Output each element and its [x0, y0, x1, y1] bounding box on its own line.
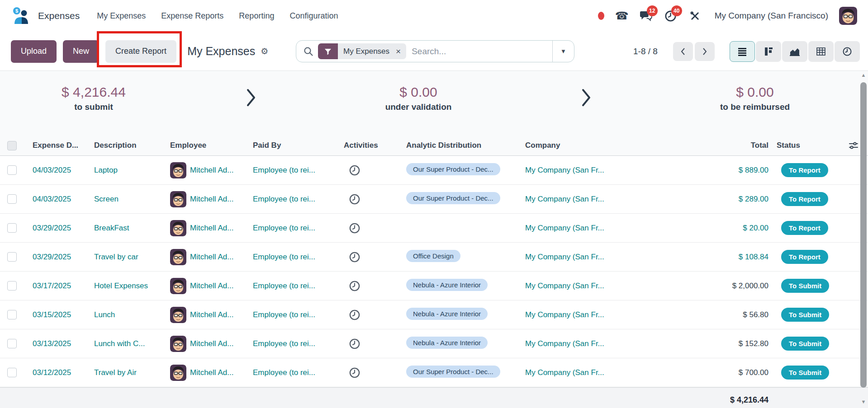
description-cell[interactable]: Hotel Expenses	[94, 281, 148, 290]
employee-cell[interactable]: Mitchell Ad...	[190, 166, 233, 175]
row-checkbox[interactable]	[7, 281, 17, 291]
column-header-analytic[interactable]: Analytic Distribution	[401, 141, 520, 150]
row-checkbox[interactable]	[7, 339, 17, 348]
paid-by-cell[interactable]: Employee (to rei...	[253, 368, 315, 377]
pager-next-button[interactable]	[695, 42, 715, 61]
column-header-paid-by[interactable]: Paid By	[247, 141, 333, 150]
table-row[interactable]: 03/17/2025 Hotel Expenses Mitchell Ad...…	[0, 272, 868, 300]
activity-clock-icon[interactable]	[348, 164, 361, 177]
description-cell[interactable]: Screen	[94, 195, 119, 203]
menu-configuration[interactable]: Configuration	[289, 11, 338, 21]
expense-date-cell[interactable]: 03/15/2025	[33, 310, 71, 319]
menu-my-expenses[interactable]: My Expenses	[97, 11, 146, 21]
activity-clock-icon[interactable]	[348, 338, 361, 350]
activity-clock-icon[interactable]	[348, 366, 361, 379]
company-cell[interactable]: My Company (San Fr...	[525, 281, 604, 290]
description-cell[interactable]: Travel by car	[94, 253, 138, 261]
company-cell[interactable]: My Company (San Fr...	[525, 253, 604, 261]
row-checkbox[interactable]	[7, 194, 17, 204]
company-cell[interactable]: My Company (San Fr...	[525, 368, 604, 377]
expense-date-cell[interactable]: 03/29/2025	[33, 224, 71, 232]
search-dropdown-toggle[interactable]: ▼	[552, 41, 574, 62]
activities-clock-icon[interactable]: 40	[664, 9, 678, 23]
table-row[interactable]: 03/29/2025 Travel by car Mitchell Ad... …	[0, 243, 868, 272]
table-row[interactable]: 03/12/2025 Travel by Air Mitchell Ad... …	[0, 358, 868, 387]
description-cell[interactable]: Lunch with C...	[94, 339, 145, 348]
scrollbar-down-arrow[interactable]: ▼	[860, 399, 867, 404]
description-cell[interactable]: Travel by Air	[94, 368, 137, 377]
company-cell[interactable]: My Company (San Fr...	[525, 224, 604, 232]
view-list-button[interactable]	[730, 41, 755, 62]
search-input[interactable]	[406, 47, 552, 56]
column-header-description[interactable]: Description	[89, 141, 165, 150]
employee-cell[interactable]: Mitchell Ad...	[190, 368, 233, 377]
activity-clock-icon[interactable]	[348, 280, 361, 292]
messages-icon[interactable]: 12	[640, 9, 653, 23]
expense-date-cell[interactable]: 03/12/2025	[33, 368, 71, 377]
activity-clock-icon[interactable]	[348, 309, 361, 321]
search-bar[interactable]: My Expenses × ▼	[296, 40, 574, 62]
expense-date-cell[interactable]: 03/29/2025	[33, 253, 71, 261]
view-activity-button[interactable]	[835, 41, 860, 62]
company-cell[interactable]: My Company (San Fr...	[525, 310, 604, 319]
table-row[interactable]: 03/15/2025 Lunch Mitchell Ad... Employee…	[0, 300, 868, 329]
activity-clock-icon[interactable]	[348, 193, 361, 206]
vertical-scrollbar[interactable]: ▲ ▼	[860, 71, 867, 408]
company-cell[interactable]: My Company (San Fr...	[525, 166, 604, 174]
summary-to-submit[interactable]: $ 4,216.44 to submit	[62, 84, 126, 112]
paid-by-cell[interactable]: Employee (to rei...	[253, 253, 315, 261]
expense-date-cell[interactable]: 03/13/2025	[33, 339, 71, 348]
scrollbar-thumb[interactable]	[860, 82, 867, 388]
paid-by-cell[interactable]: Employee (to rei...	[253, 310, 315, 319]
column-header-employee[interactable]: Employee	[165, 141, 247, 150]
summary-to-be-reimbursed[interactable]: $ 0.00 to be reimbursed	[720, 84, 790, 112]
employee-cell[interactable]: Mitchell Ad...	[190, 310, 233, 319]
column-header-company[interactable]: Company	[520, 141, 637, 150]
table-row[interactable]: 04/03/2025 Laptop Mitchell Ad... Employe…	[0, 156, 868, 185]
employee-cell[interactable]: Mitchell Ad...	[190, 339, 233, 348]
company-cell[interactable]: My Company (San Fr...	[525, 195, 604, 203]
create-report-button[interactable]: Create Report	[105, 40, 176, 63]
row-checkbox[interactable]	[7, 165, 17, 175]
paid-by-cell[interactable]: Employee (to rei...	[253, 339, 315, 348]
expenses-app-icon[interactable]: $	[11, 7, 32, 25]
column-header-date[interactable]: Expense D...	[27, 141, 89, 150]
row-checkbox[interactable]	[7, 223, 17, 233]
description-cell[interactable]: Lunch	[94, 310, 115, 319]
view-kanban-button[interactable]	[756, 41, 781, 62]
table-row[interactable]: 03/29/2025 BreakFast Mitchell Ad... Empl…	[0, 214, 868, 243]
description-cell[interactable]: BreakFast	[94, 224, 129, 232]
company-cell[interactable]: My Company (San Fr...	[525, 339, 604, 348]
gear-icon[interactable]: ⚙	[261, 46, 268, 56]
row-checkbox[interactable]	[7, 310, 17, 319]
column-header-status[interactable]: Status	[771, 141, 839, 150]
employee-cell[interactable]: Mitchell Ad...	[190, 281, 233, 291]
user-avatar[interactable]	[839, 7, 857, 25]
column-header-total[interactable]: Total	[637, 141, 771, 150]
select-all-checkbox[interactable]	[7, 141, 17, 150]
description-cell[interactable]: Laptop	[94, 166, 118, 174]
paid-by-cell[interactable]: Employee (to rei...	[253, 224, 315, 232]
paid-by-cell[interactable]: Employee (to rei...	[253, 281, 315, 290]
employee-cell[interactable]: Mitchell Ad...	[190, 253, 233, 262]
column-header-activities[interactable]: Activities	[333, 141, 401, 150]
expense-date-cell[interactable]: 04/03/2025	[33, 166, 71, 174]
table-row[interactable]: 03/13/2025 Lunch with C... Mitchell Ad..…	[0, 329, 868, 358]
pager-previous-button[interactable]	[673, 42, 693, 61]
upload-button[interactable]: Upload	[11, 40, 57, 63]
summary-under-validation[interactable]: $ 0.00 under validation	[385, 84, 452, 112]
activity-clock-icon[interactable]	[348, 222, 361, 234]
tools-debug-icon[interactable]	[688, 9, 702, 23]
row-checkbox[interactable]	[7, 252, 17, 262]
menu-reporting[interactable]: Reporting	[239, 11, 274, 21]
expense-date-cell[interactable]: 04/03/2025	[33, 195, 71, 203]
row-checkbox[interactable]	[7, 368, 17, 377]
employee-cell[interactable]: Mitchell Ad...	[190, 195, 233, 204]
new-button[interactable]: New	[63, 40, 99, 63]
voip-phone-icon[interactable]: ☎	[615, 9, 629, 23]
scrollbar-up-arrow[interactable]: ▲	[860, 72, 867, 78]
employee-cell[interactable]: Mitchell Ad...	[190, 224, 233, 233]
expense-date-cell[interactable]: 03/17/2025	[33, 281, 71, 290]
table-row[interactable]: 04/03/2025 Screen Mitchell Ad... Employe…	[0, 185, 868, 214]
activity-clock-icon[interactable]	[348, 251, 361, 263]
